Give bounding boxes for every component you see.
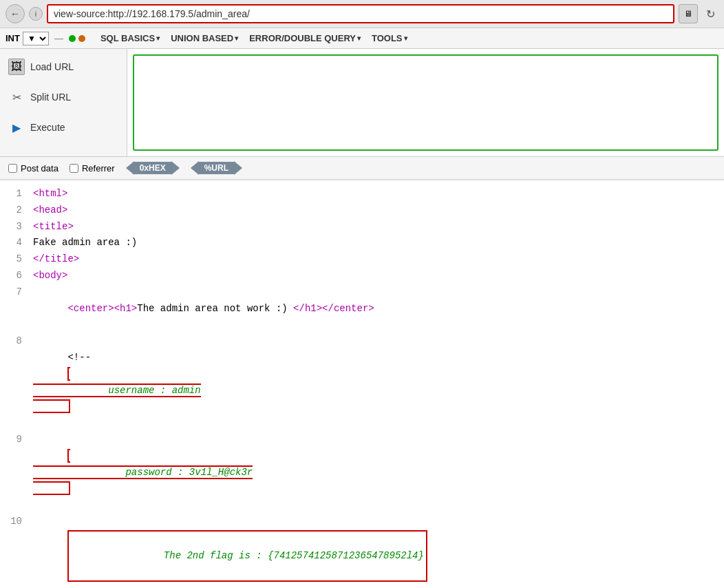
source-line-3: 3 <title> — [8, 219, 716, 235]
hex-right-arrow-icon — [171, 161, 180, 175]
source-line-6: 6 <body> — [8, 268, 716, 284]
tools-label: TOOLS — [372, 33, 403, 43]
back-button[interactable]: ← — [6, 4, 25, 23]
hex-left-arrow-icon — [126, 161, 134, 175]
source-line-9: 9 password : 3v1l_H@ck3r — [8, 432, 716, 514]
line-content-9: password : 3v1l_H@ck3r — [33, 432, 253, 514]
line-num-7: 7 — [8, 284, 22, 333]
toolbar-int: INT ▼ — [6, 32, 49, 45]
line-num-6: 6 — [8, 268, 22, 284]
int-select[interactable]: ▼ — [23, 32, 49, 45]
sql-basics-label: SQL BASICS — [100, 33, 155, 43]
line-content-1: <html> — [33, 186, 67, 202]
error-double-arrow: ▾ — [357, 34, 361, 42]
toolbar-sep1: — — [54, 33, 63, 43]
post-data-checkbox-label[interactable]: Post data — [8, 163, 58, 174]
error-double-label: ERROR/DOUBLE QUERY — [249, 33, 356, 43]
line-content-10: The 2nd flag is : {741257412587123654789… — [33, 514, 427, 588]
page-icon: 🖥 — [679, 4, 698, 23]
split-url-item[interactable]: ✂ Split URL — [0, 82, 127, 112]
execute-label: Execute — [30, 122, 65, 133]
green-dot-icon — [69, 35, 76, 42]
orange-dot-icon — [78, 35, 85, 42]
info-icon: i — [35, 10, 36, 18]
url-encode-btn[interactable]: %URL — [191, 161, 242, 175]
line-content-6: <body> — [33, 268, 67, 284]
execute-icon: ▶ — [8, 119, 25, 136]
line-content-8: <!-- username : admin — [33, 333, 201, 432]
url-right-arrow-icon — [234, 161, 242, 175]
url-textarea[interactable] — [133, 54, 718, 151]
side-panel: 🖼 Load URL ✂ Split URL ▶ Execute — [0, 49, 127, 156]
tools-menu[interactable]: TOOLS ▾ — [368, 31, 412, 45]
line-num-4: 4 — [8, 235, 22, 251]
browser-chrome: ← i 🖥 ↻ — [0, 0, 724, 28]
address-input[interactable] — [47, 4, 674, 23]
line-num-9: 9 — [8, 432, 22, 514]
split-url-label: Split URL — [30, 92, 71, 103]
line-num-5: 5 — [8, 251, 22, 268]
source-line-8: 8 <!-- username : admin — [8, 333, 716, 432]
line-content-4: Fake admin area :) — [33, 235, 137, 251]
line-num-1: 1 — [8, 186, 22, 202]
line-content-5: </title> — [33, 251, 79, 268]
line-num-3: 3 — [8, 219, 22, 235]
line-content-7: <center><h1>The admin area not work :) <… — [33, 284, 374, 333]
line-content-3: <title> — [33, 219, 74, 235]
line-num-10: 10 — [8, 514, 22, 588]
tools-arrow: ▾ — [404, 34, 407, 42]
source-line-1: 1 <html> — [8, 186, 716, 202]
source-line-10: 10 The 2nd flag is : {741257412587123654… — [8, 514, 716, 588]
main-area: 🖼 Load URL ✂ Split URL ▶ Execute — [0, 49, 724, 156]
error-double-menu[interactable]: ERROR/DOUBLE QUERY ▾ — [245, 31, 365, 45]
url-left-arrow-icon — [191, 161, 199, 175]
referrer-checkbox-label[interactable]: Referrer — [70, 163, 115, 174]
address-bar-row: ← i 🖥 ↻ — [0, 0, 724, 28]
info-button[interactable]: i — [29, 7, 43, 21]
toolbar: INT ▼ — SQL BASICS ▾ UNION BASED ▾ ERROR… — [0, 28, 724, 49]
union-based-label: UNION BASED — [171, 33, 233, 43]
back-icon: ← — [10, 8, 20, 19]
int-label: INT — [6, 33, 20, 43]
source-line-4: 4 Fake admin area :) — [8, 235, 716, 251]
post-data-label: Post data — [21, 163, 58, 174]
split-url-icon: ✂ — [8, 89, 25, 105]
refresh-button[interactable]: ↻ — [702, 6, 718, 22]
hex-encode-btn[interactable]: 0xHEX — [126, 161, 180, 175]
source-line-5: 5 </title> — [8, 251, 716, 268]
load-url-item[interactable]: 🖼 Load URL — [0, 52, 127, 82]
load-url-label: Load URL — [30, 61, 74, 72]
referrer-checkbox[interactable] — [70, 164, 78, 173]
execute-item[interactable]: ▶ Execute — [0, 112, 127, 143]
line-num-2: 2 — [8, 202, 22, 219]
union-based-arrow: ▾ — [235, 34, 238, 42]
view-source-area: 1 <html> 2 <head> 3 <title> 4 Fake admin… — [0, 179, 724, 588]
sql-basics-menu[interactable]: SQL BASICS ▾ — [96, 31, 164, 45]
line-num-8: 8 — [8, 333, 22, 432]
source-line-7: 7 <center><h1>The admin area not work :)… — [8, 284, 716, 333]
line-content-2: <head> — [33, 202, 67, 219]
post-data-checkbox[interactable] — [8, 164, 17, 173]
bottom-toolbar: Post data Referrer 0xHEX %URL — [0, 156, 724, 179]
sql-basics-arrow: ▾ — [156, 34, 160, 42]
refresh-icon: ↻ — [706, 8, 715, 21]
source-line-2: 2 <head> — [8, 202, 716, 219]
url-input-area — [127, 49, 724, 156]
load-url-icon: 🖼 — [8, 59, 25, 75]
union-based-menu[interactable]: UNION BASED ▾ — [167, 31, 242, 45]
url-label: %URL — [199, 162, 234, 174]
referrer-label: Referrer — [82, 163, 115, 174]
hex-label: 0xHEX — [134, 162, 171, 174]
